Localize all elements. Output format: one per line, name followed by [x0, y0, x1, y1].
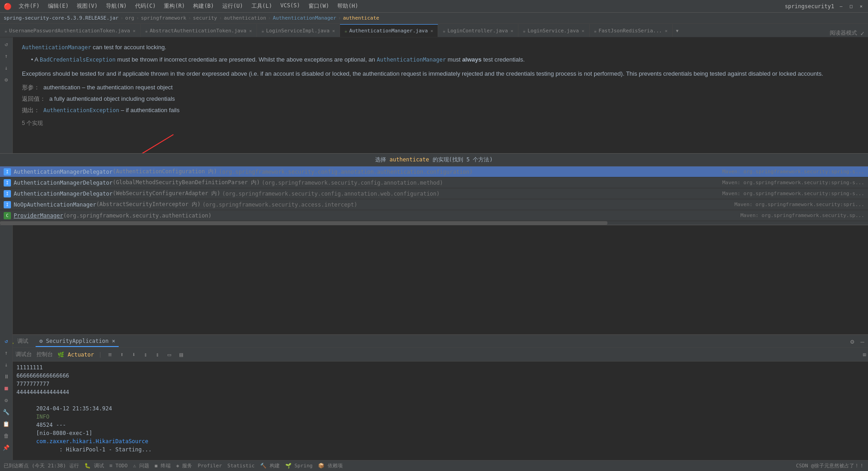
- debug-log-area: 11111111 6666666666666666 7777777777 444…: [13, 362, 868, 471]
- debug-collapse-icon[interactable]: —: [861, 338, 864, 345]
- menu-vcs[interactable]: VCS(S): [277, 1, 303, 11]
- tab-4[interactable]: ☕ LoginController.java ✕: [438, 24, 518, 37]
- debug-btn-5[interactable]: ↕: [152, 350, 163, 360]
- debug-btn-1[interactable]: ≡: [105, 350, 115, 360]
- tab-label-6: FastJsonRedisSeria...: [599, 28, 662, 34]
- impl-scrollbar[interactable]: [0, 221, 868, 225]
- debug-tool2-btn[interactable]: 📋: [1, 419, 11, 429]
- breadcrumb-method[interactable]: authenticate: [343, 15, 379, 21]
- status-profiler[interactable]: Profiler: [198, 463, 222, 469]
- debug-tab-log[interactable]: 控制台: [35, 351, 55, 358]
- csdn-label: CSDN @徐子元意然被占了！！: [796, 463, 864, 469]
- impl-icon-4: C: [4, 212, 11, 219]
- menu-edit[interactable]: 编辑(E): [44, 1, 73, 11]
- minimize-button[interactable]: —: [838, 3, 844, 10]
- sidebar-refresh-btn[interactable]: ↺: [1, 39, 11, 49]
- breadcrumb-springframework[interactable]: springframework: [141, 15, 186, 21]
- tab-close-3[interactable]: ✕: [430, 28, 433, 33]
- sidebar-down-btn[interactable]: ↓: [1, 63, 11, 73]
- debug-btn-2[interactable]: ⬆: [116, 350, 127, 360]
- tab-3[interactable]: ☕ AuthenticationManager.java ✕: [340, 24, 438, 37]
- status-spring[interactable]: 🌱 Spring: [285, 463, 313, 469]
- debug-pin-btn[interactable]: 📌: [1, 443, 11, 453]
- impl-container-3: (AbstractSecurityInterceptor 内): [96, 201, 201, 208]
- menu-code[interactable]: 代码(C): [131, 1, 160, 11]
- menu-nav[interactable]: 导航(N): [102, 1, 131, 11]
- debug-tool3-btn[interactable]: 🗑: [1, 431, 11, 441]
- status-terminal[interactable]: ◼ 终端: [155, 462, 171, 469]
- debug-tab-console[interactable]: 调试台: [14, 351, 34, 358]
- tab-1[interactable]: ☕ AbstractAuthenticationToken.java ✕: [141, 24, 257, 37]
- tab-5[interactable]: ☕ LoginService.java ✕: [518, 24, 590, 37]
- status-services[interactable]: ◈ 服务: [176, 462, 192, 469]
- close-button[interactable]: ✕: [858, 3, 864, 10]
- menu-help[interactable]: 帮助(H): [334, 1, 362, 11]
- breadcrumb-class[interactable]: AuthenticationManager: [273, 15, 336, 21]
- menu-view[interactable]: 视图(V): [73, 1, 101, 11]
- sidebar-up-btn[interactable]: ↑: [1, 51, 11, 61]
- debug-down-btn[interactable]: ↓: [1, 360, 11, 370]
- menu-file[interactable]: 文件(F): [15, 1, 43, 11]
- tab-2[interactable]: ☕ LoginServiceImpl.java ✕: [257, 24, 340, 37]
- status-debug[interactable]: 🐛 调试: [84, 462, 104, 469]
- impl-row-2[interactable]: I AuthenticationManagerDelegator (WebSec…: [0, 188, 868, 199]
- debug-tabs-bar: 🐛 调试 ⚙ SecurityApplication × ⚙ —: [0, 335, 868, 348]
- debug-btn-6[interactable]: ▭: [164, 350, 175, 360]
- menu-run[interactable]: 运行(U): [219, 1, 247, 11]
- debug-tab-actuator[interactable]: 🌿 Actuator: [56, 352, 96, 358]
- tab-6[interactable]: ☕ FastJsonRedisSeria... ✕: [590, 24, 673, 37]
- status-bar: Version Control | ▶ 运行 🐛 调试 ≡ TODO ⚠ 问题 …: [0, 460, 868, 471]
- debug-stop-btn[interactable]: ⏹: [1, 383, 11, 393]
- debug-settings-icon[interactable]: ⚙: [850, 338, 854, 345]
- impl-package-1: (org.springframework.security.config.ann…: [261, 180, 443, 186]
- tab-close-4[interactable]: ✕: [511, 28, 513, 33]
- tab-close-6[interactable]: ✕: [665, 28, 668, 33]
- tab-close-1[interactable]: ✕: [249, 28, 252, 33]
- spring-label: 🌱 Spring: [285, 463, 313, 469]
- app-logo: 🔴: [4, 3, 11, 10]
- throws-value: AuthenticationException – if authenticat…: [43, 106, 179, 115]
- breadcrumb-authentication[interactable]: authentication: [224, 15, 266, 21]
- impl-row-1[interactable]: I AuthenticationManagerDelegator (Global…: [0, 177, 868, 188]
- breadcrumb-jar[interactable]: spring-security-core-5.3.9.RELEASE.jar: [4, 15, 119, 21]
- debug-pause-btn[interactable]: ⏸: [1, 372, 11, 382]
- debug-settings-btn[interactable]: ⚙: [1, 395, 11, 405]
- menu-tools[interactable]: 工具(L): [248, 1, 276, 11]
- debug-up-btn[interactable]: ↑: [1, 348, 11, 358]
- status-run[interactable]: ▶ 运行: [63, 462, 79, 469]
- tab-0[interactable]: ☕ UsernamePasswordAuthenticationToken.ja…: [0, 24, 141, 37]
- menu-refactor[interactable]: 重构(R): [160, 1, 188, 11]
- tabs-more-button[interactable]: ▾: [673, 27, 682, 34]
- tab-close-5[interactable]: ✕: [581, 28, 584, 33]
- debug-btn-4[interactable]: ↕: [140, 350, 151, 360]
- tab-close-0[interactable]: ✕: [133, 28, 136, 33]
- sidebar-settings-btn[interactable]: ⚙: [1, 75, 11, 85]
- maximize-button[interactable]: □: [848, 3, 854, 10]
- debug-layout-btn[interactable]: ⊞: [863, 352, 866, 358]
- menu-build[interactable]: 构建(B): [189, 1, 218, 11]
- reader-mode-button[interactable]: 阅读器模式: [830, 29, 857, 37]
- status-problems[interactable]: ⚠ 问题: [133, 462, 149, 469]
- tab-close-2[interactable]: ✕: [332, 28, 335, 33]
- impl-row-0[interactable]: I AuthenticationManagerDelegator (Authen…: [0, 166, 868, 177]
- status-statistic[interactable]: Statistic: [227, 463, 255, 469]
- impl-row-4[interactable]: C ProviderManager (org.springframework.s…: [0, 210, 868, 221]
- impl-maven-1: Maven: org.springframework.security:spri…: [722, 180, 864, 186]
- status-build[interactable]: 🔨 构建: [260, 462, 280, 469]
- debug-btn-7[interactable]: ▤: [176, 350, 187, 360]
- debug-tab-security-app[interactable]: ⚙ SecurityApplication ×: [36, 336, 119, 347]
- debug-btn-3[interactable]: ⬇: [128, 350, 139, 360]
- impl-container-4: (org.springframework.security.authentica…: [63, 212, 211, 219]
- breadcrumb-org[interactable]: org: [125, 15, 134, 21]
- implementation-list: I AuthenticationManagerDelegator (Authen…: [0, 166, 868, 221]
- menu-window[interactable]: 窗口(W): [305, 1, 333, 11]
- debug-refresh-btn[interactable]: ↺: [1, 336, 11, 346]
- breadcrumb-security[interactable]: security: [193, 15, 217, 21]
- tab-icon-0: ☕: [5, 28, 7, 33]
- impl-row-3[interactable]: I NoOpAuthenticationManager (AbstractSec…: [0, 199, 868, 210]
- param-label: 形参：: [22, 83, 40, 93]
- status-todo[interactable]: ≡ TODO: [110, 463, 128, 469]
- debug-tool1-btn[interactable]: 🔧: [1, 407, 11, 417]
- status-version-control[interactable]: Version Control: [4, 463, 49, 469]
- status-dependencies[interactable]: 📦 依赖项: [318, 462, 343, 469]
